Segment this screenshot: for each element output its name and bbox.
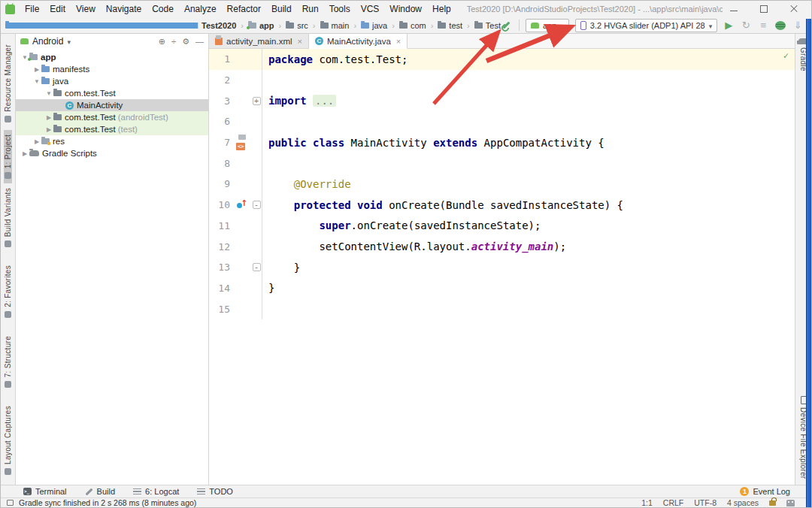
menu-item-code[interactable]: Code — [147, 2, 179, 16]
tree-closed-arrow-icon[interactable]: ▶ — [32, 66, 41, 73]
apply-changes-button[interactable]: ↻ — [741, 20, 751, 32]
toolwindow-toggle-icon[interactable] — [7, 500, 14, 506]
tree-open-arrow-icon[interactable]: ▼ — [32, 78, 41, 85]
tree-open-arrow-icon[interactable]: ▼ — [44, 90, 53, 97]
menu-item-tools[interactable]: Tools — [324, 2, 356, 16]
locate-file-icon[interactable]: ⊕ — [159, 37, 165, 47]
minimize-button[interactable] — [730, 5, 738, 13]
toolwindow-tab-layout-captures[interactable]: Layout Captures — [4, 401, 12, 479]
code-line-15[interactable]: 15 — [209, 298, 795, 319]
breadcrumb-item-test2020[interactable]: Test2020 — [5, 21, 236, 30]
toolwindow-button-todo[interactable]: TODO — [197, 487, 233, 496]
breadcrumb-item-app[interactable]: app — [236, 21, 274, 30]
editor-tab-mainactivity-java[interactable]: CMainActivity.java× — [309, 34, 408, 49]
make-project-button[interactable] — [501, 20, 513, 32]
tree-item-com-test-test[interactable]: ▼com.test.Test — [16, 87, 208, 99]
indicator-icon[interactable] — [786, 500, 795, 506]
fold-marker-icon[interactable]: - — [253, 263, 261, 271]
inspections-ok-icon[interactable]: ✓ — [783, 50, 789, 61]
menu-item-vcs[interactable]: VCS — [356, 2, 385, 16]
menu-item-help[interactable]: Help — [427, 2, 456, 16]
code-line-9[interactable]: 9 @Override — [209, 174, 795, 195]
toolwindow-tab-build-variants[interactable]: Build Variants — [4, 183, 12, 252]
toolwindow-tab-resource-manager[interactable]: Resource Manager — [4, 40, 12, 127]
hide-panel-icon[interactable]: — — [195, 37, 204, 46]
bottom-toolwindow-bar: TerminalBuild6: LogcatTODO 1 Event Log — [1, 485, 811, 497]
code-line-1[interactable]: 1package com.test.Test; — [209, 49, 795, 70]
tree-item-manifests[interactable]: ▶manifests — [16, 63, 208, 75]
breadcrumb-item-main[interactable]: main — [308, 21, 350, 30]
code-line-2[interactable]: 2 — [209, 70, 795, 91]
tree-closed-arrow-icon[interactable]: ▶ — [20, 150, 29, 157]
toolwindow-button-terminal[interactable]: Terminal — [23, 487, 67, 496]
overrides-method-icon[interactable] — [237, 199, 248, 211]
code-line-8[interactable]: 8 — [209, 153, 795, 174]
breadcrumb-item-src[interactable]: src — [274, 21, 308, 30]
breadcrumb-item-test[interactable]: Test — [462, 21, 501, 30]
android-icon — [531, 23, 539, 29]
tree-item-res[interactable]: ▶res — [16, 135, 208, 147]
menu-item-edit[interactable]: Edit — [44, 2, 71, 16]
breadcrumb-item-test[interactable]: test — [426, 21, 462, 30]
menu-item-analyze[interactable]: Analyze — [179, 2, 222, 16]
code-line-11[interactable]: 11 super.onCreate(savedInstanceState); — [209, 216, 795, 237]
indent-size[interactable]: 4 spaces — [727, 498, 759, 507]
lock-icon[interactable] — [769, 500, 776, 506]
settings-gear-icon[interactable]: ⚙ — [182, 37, 189, 47]
debug-button[interactable] — [775, 21, 786, 30]
fold-marker-icon[interactable]: - — [253, 201, 261, 209]
run-config-select[interactable]: app — [526, 19, 569, 32]
code-line-6[interactable]: 6 — [209, 111, 795, 132]
fold-marker-icon[interactable]: + — [253, 97, 261, 105]
close-tab-icon[interactable]: × — [298, 37, 302, 46]
menu-item-navigate[interactable]: Navigate — [101, 2, 147, 16]
encoding[interactable]: UTF-8 — [694, 498, 717, 507]
tree-item-com-test-test[interactable]: ▶com.test.Test(androidTest) — [16, 111, 208, 123]
caret-position[interactable]: 1:1 — [641, 498, 653, 507]
main-toolbar: Test2020appsrcmainjavacomtestTest app 3.… — [1, 17, 811, 34]
tree-item-mainactivity[interactable]: CMainActivity — [16, 99, 208, 111]
toolwindow-tab-2-favorites[interactable]: 2: Favorites — [4, 261, 12, 322]
package-icon — [53, 114, 62, 120]
tree-item-app[interactable]: ▼app — [16, 51, 208, 63]
code-line-7[interactable]: 7public class MainActivity extends AppCo… — [209, 132, 795, 153]
device-select[interactable]: 3.2 HVGA slider (ADP1) API 28 — [575, 19, 717, 32]
event-log-button[interactable]: 1 Event Log — [740, 487, 790, 496]
code-editor[interactable]: ✓ 1package com.test.Test;23+import ...67… — [209, 49, 795, 485]
related-layout-icon[interactable] — [236, 135, 248, 150]
tree-item-gradle-scripts[interactable]: ▶Gradle Scripts — [16, 147, 208, 159]
code-line-13[interactable]: 13- } — [209, 257, 795, 278]
tree-item-com-test-test[interactable]: ▶com.test.Test(test) — [16, 123, 208, 135]
line-ending[interactable]: CRLF — [663, 498, 683, 507]
close-button[interactable] — [790, 5, 798, 13]
toolwindow-button-build[interactable]: Build — [85, 487, 115, 496]
tree-closed-arrow-icon[interactable]: ▶ — [32, 138, 41, 145]
maximize-button[interactable] — [760, 5, 768, 13]
menu-item-window[interactable]: Window — [384, 2, 427, 16]
menu-item-view[interactable]: View — [71, 2, 101, 16]
toolwindow-button-6-logcat[interactable]: 6: Logcat — [133, 487, 179, 496]
toolwindow-tab-7-structure[interactable]: 7: Structure — [4, 331, 12, 392]
code-line-14[interactable]: 14} — [209, 278, 795, 299]
project-view-select[interactable]: Android — [32, 36, 63, 47]
tree-closed-arrow-icon[interactable]: ▶ — [44, 126, 53, 133]
class-icon: C — [65, 101, 74, 110]
collapse-all-icon[interactable]: ÷ — [171, 37, 176, 46]
editor-tab-activity-main-xml[interactable]: activity_main.xml× — [209, 34, 309, 48]
attach-debugger-button[interactable]: ⇓ — [792, 20, 803, 32]
code-line-3[interactable]: 3+import ... — [209, 90, 795, 111]
tree-item-java[interactable]: ▼java — [16, 75, 208, 87]
breadcrumb-item-java[interactable]: java — [349, 21, 387, 30]
menu-item-build[interactable]: Build — [266, 2, 297, 16]
code-line-10[interactable]: 10- protected void onCreate(Bundle saved… — [209, 195, 795, 216]
tree-closed-arrow-icon[interactable]: ▶ — [44, 114, 53, 121]
menu-item-file[interactable]: File — [20, 2, 44, 16]
code-line-12[interactable]: 12 setContentView(R.layout.activity_main… — [209, 236, 795, 257]
close-tab-icon[interactable]: × — [396, 37, 401, 46]
apply-code-changes-button[interactable]: ≡ — [758, 20, 768, 32]
run-button[interactable]: ▶ — [723, 20, 734, 32]
menu-item-refactor[interactable]: Refactor — [222, 2, 266, 16]
breadcrumb-item-com[interactable]: com — [387, 21, 426, 30]
toolwindow-tab-1-project[interactable]: 1: Project — [4, 130, 12, 183]
menu-item-run[interactable]: Run — [297, 2, 324, 16]
